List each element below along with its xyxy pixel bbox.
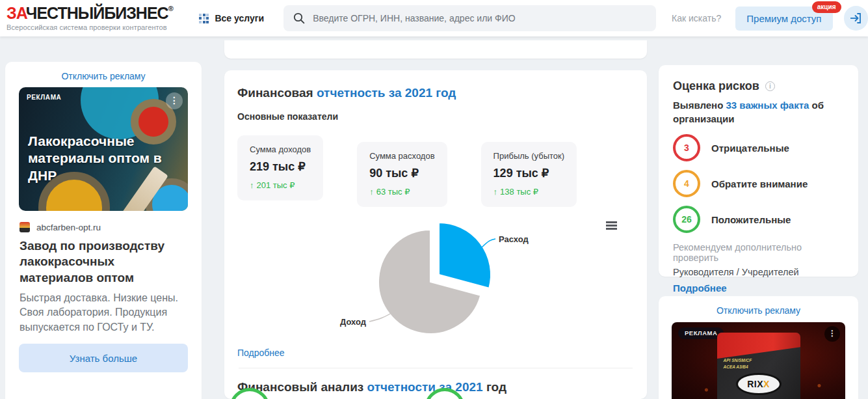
- search-bar[interactable]: [283, 5, 656, 31]
- up-arrow-icon: ↑: [250, 180, 254, 190]
- facts-found-text: Выявлено 33 важных факта об организации: [673, 98, 844, 126]
- up-arrow-icon: ↑: [493, 187, 498, 197]
- search-input[interactable]: [313, 13, 646, 23]
- recommendation-subjects: Руководителя / Учредителей: [673, 267, 844, 277]
- income-slice-label: Доход: [340, 317, 367, 327]
- page: ЗАЧЕСТНЫЙБИЗНЕС® Всероссийская система п…: [0, 0, 868, 399]
- financial-report-card: Финансовая отчетность за 2021 год Основн…: [224, 70, 647, 399]
- ad-description: Быстрая доставка. Низкие цены. Своя лабо…: [20, 291, 187, 335]
- right-ad-card: Отключить рекламу РЕКЛАМА ⋮ API SN/SM/CF…: [659, 296, 858, 399]
- previous-section-card-bottom: [224, 40, 647, 59]
- header: ЗАЧЕСТНЫЙБИЗНЕС® Всероссийская система п…: [0, 0, 868, 36]
- chart-context-menu-icon[interactable]: [606, 221, 617, 231]
- negative-count-badge: 3: [673, 134, 700, 161]
- risk-row-attention[interactable]: 4 Обратите внимание: [673, 170, 844, 197]
- login-icon: [849, 12, 862, 24]
- search-icon: [293, 12, 305, 24]
- advertiser-site-row: abcfarben-opt.ru: [20, 222, 187, 232]
- expense-leader-line: [482, 239, 495, 247]
- pie-chart-svg: Расход Доход: [237, 219, 634, 344]
- important-facts-link[interactable]: 33 важных факта: [726, 100, 809, 111]
- risk-assessment-card: Оценка рисков i Выявлено 33 важных факта…: [659, 65, 858, 277]
- oil-can-image: API SN/SM/CF ACEA A3/B4 RIXX TPX 5W-40: [717, 333, 800, 399]
- how-to-search-link[interactable]: Как искать?: [672, 13, 721, 23]
- all-services-label: Все услуги: [215, 13, 264, 23]
- info-icon[interactable]: i: [765, 81, 775, 91]
- ad-options-icon[interactable]: ⋮: [824, 326, 840, 342]
- services-grid-icon: [199, 14, 209, 23]
- disable-ads-link[interactable]: Отключить рекламу: [672, 305, 845, 316]
- can-spec-text: API SN/SM/CF ACEA A3/B4: [724, 357, 752, 370]
- logo-text: ЗАЧЕСТНЫЙБИЗНЕС®: [7, 5, 185, 21]
- risk-details-link[interactable]: Подробнее: [673, 282, 727, 294]
- ad-image[interactable]: РЕКЛАМА ⋮ Лакокрасочные материалы оптом …: [19, 87, 188, 211]
- ad-image-text: Лакокрасочные материалы оптом в ДНР: [28, 133, 178, 184]
- pie-slice-expense[interactable]: [439, 223, 491, 288]
- positive-count-badge: 26: [673, 206, 700, 233]
- key-indicators-subtitle: Основные показатели: [237, 111, 634, 122]
- all-services-menu[interactable]: Все услуги: [199, 13, 264, 23]
- risk-row-negative[interactable]: 3 Отрицательные: [673, 134, 844, 161]
- attention-count-badge: 4: [673, 170, 700, 197]
- ad-label: РЕКЛАМА: [27, 94, 61, 101]
- risk-row-positive[interactable]: 26 Положительные: [673, 206, 844, 233]
- logo[interactable]: ЗАЧЕСТНЫЙБИЗНЕС® Всероссийская система п…: [7, 5, 185, 31]
- logo-subtitle: Всероссийская система проверки контраген…: [7, 23, 185, 31]
- metric-card-income: Сумма доходов 219 тыс ₽ ↑201 тыс ₽: [237, 135, 323, 200]
- financial-report-title: Финансовая отчетность за 2021 год: [237, 86, 634, 100]
- login-button[interactable]: [844, 6, 868, 31]
- risk-title: Оценка рисков i: [673, 79, 844, 93]
- recommendation-text: Рекомендуем дополнительно проверить: [673, 242, 844, 263]
- up-arrow-icon: ↑: [369, 187, 374, 197]
- expense-slice-label: Расход: [499, 234, 529, 244]
- section-divider: [239, 368, 633, 368]
- promo-badge: акция: [812, 1, 841, 13]
- ad-options-icon[interactable]: ⋮: [166, 92, 183, 109]
- metrics-row: Сумма доходов 219 тыс ₽ ↑201 тыс ₽ Сумма…: [237, 135, 634, 207]
- brand-logo: RIXX: [736, 373, 782, 395]
- metric-card-profit: Прибыль (убыток) 129 тыс ₽ ↑138 тыс ₽: [481, 142, 577, 207]
- disable-ads-link[interactable]: Отключить рекламу: [5, 71, 202, 81]
- advertiser-favicon: [20, 222, 30, 232]
- report-details-link[interactable]: Подробнее: [237, 348, 285, 358]
- income-expense-pie-chart: Расход Доход: [237, 219, 634, 344]
- premium-wrap: Премиум доступ акция: [735, 7, 832, 31]
- ad-cta-button[interactable]: Узнать больше: [19, 344, 188, 372]
- metric-card-expenses: Сумма расходов 90 тыс ₽ ↑63 тыс ₽: [357, 142, 447, 207]
- advertiser-domain: abcfarben-opt.ru: [36, 223, 101, 232]
- ad-image[interactable]: РЕКЛАМА ⋮ API SN/SM/CF ACEA A3/B4 RIXX T…: [672, 322, 845, 399]
- left-ad-card: Отключить рекламу РЕКЛАМА ⋮ Лакокрасочны…: [5, 62, 202, 399]
- ad-headline-link[interactable]: Завод по производству лакокрасочных мате…: [20, 238, 187, 286]
